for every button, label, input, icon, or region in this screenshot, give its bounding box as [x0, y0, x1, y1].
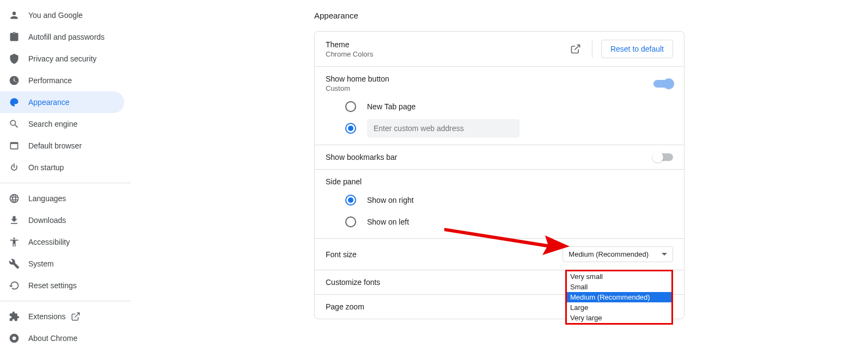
radio-unchecked-icon[interactable]: [345, 216, 356, 227]
settings-sidebar: You and Google Autofill and passwords Pr…: [0, 0, 131, 349]
vertical-divider: [592, 40, 592, 58]
sidebar-item-about-chrome[interactable]: About Chrome: [0, 327, 124, 349]
svg-point-2: [13, 337, 16, 340]
puzzle-icon: [9, 311, 20, 322]
radio-label: New Tab page: [367, 102, 415, 111]
radio-unchecked-icon[interactable]: [345, 101, 356, 112]
sidebar-item-extensions[interactable]: Extensions: [0, 306, 124, 327]
sidebar-item-search-engine[interactable]: Search engine: [0, 113, 124, 135]
home-newtab-option[interactable]: New Tab page: [315, 96, 684, 117]
sidebar-item-system[interactable]: System: [0, 253, 124, 275]
sidebar-item-label: Accessibility: [28, 238, 70, 246]
divider: [0, 183, 131, 183]
divider: [0, 301, 131, 301]
font-size-row: Font size Medium (Recommended) Very smal…: [315, 239, 684, 270]
external-link-icon: [71, 312, 81, 321]
sidebar-item-label: You and Google: [28, 11, 83, 20]
open-theme-icon[interactable]: [566, 39, 585, 59]
radio-label: Show on right: [367, 196, 414, 204]
svg-line-0: [75, 313, 80, 317]
sidepanel-left-option[interactable]: Show on left: [315, 211, 684, 233]
bookmarks-bar-row: Show bookmarks bar: [315, 145, 684, 170]
home-custom-option[interactable]: [315, 117, 684, 139]
home-button-section: Show home button Custom New Tab page: [315, 67, 684, 145]
sidebar-item-on-startup[interactable]: On startup: [0, 157, 124, 178]
sidebar-item-label: Extensions: [28, 312, 65, 321]
dropdown-option-medium[interactable]: Medium (Recommended): [567, 292, 671, 302]
sidebar-item-label: Search engine: [28, 120, 77, 128]
chevron-down-icon: [662, 253, 667, 256]
palette-icon: [9, 97, 20, 108]
font-size-value: Medium (Recommended): [569, 250, 649, 258]
sidebar-item-label: On startup: [28, 163, 64, 172]
radio-checked-icon[interactable]: [345, 195, 356, 206]
dropdown-option-small[interactable]: Small: [567, 282, 671, 292]
svg-line-3: [574, 45, 579, 50]
bookmarks-toggle[interactable]: [653, 153, 673, 161]
theme-row: Theme Chrome Colors Reset to default: [315, 32, 684, 67]
accessibility-icon: [9, 237, 20, 247]
sidebar-item-label: Privacy and security: [28, 54, 96, 63]
shield-icon: [9, 53, 20, 64]
sidebar-item-default-browser[interactable]: Default browser: [0, 135, 124, 157]
sidebar-item-label: Reset settings: [28, 281, 77, 290]
sidebar-item-privacy[interactable]: Privacy and security: [0, 48, 124, 70]
home-button-subtitle: Custom: [326, 84, 653, 92]
globe-icon: [9, 193, 20, 204]
reset-theme-button[interactable]: Reset to default: [601, 40, 673, 58]
settings-card: Theme Chrome Colors Reset to default Sho…: [314, 31, 684, 319]
main-content: Appearance Theme Chrome Colors Reset to …: [131, 0, 868, 349]
radio-checked-icon[interactable]: [345, 123, 356, 134]
font-size-title: Font size: [326, 250, 563, 259]
font-size-dropdown: Very small Small Medium (Recommended) La…: [565, 270, 673, 325]
sidebar-item-label: Downloads: [28, 216, 66, 225]
sidebar-item-autofill[interactable]: Autofill and passwords: [0, 26, 124, 48]
person-icon: [9, 10, 20, 21]
home-button-toggle[interactable]: [653, 80, 673, 88]
sidebar-item-label: Appearance: [28, 98, 70, 107]
sidebar-item-label: About Chrome: [28, 334, 77, 343]
page-title: Appearance: [314, 11, 684, 20]
radio-label: Show on left: [367, 218, 409, 226]
window-icon: [9, 140, 20, 151]
side-panel-section: Side panel Show on right Show on left: [315, 170, 684, 239]
sidebar-item-downloads[interactable]: Downloads: [0, 209, 124, 231]
search-icon: [9, 119, 20, 129]
power-icon: [9, 162, 20, 173]
bookmarks-title: Show bookmarks bar: [326, 153, 653, 162]
sidebar-item-label: Languages: [28, 194, 66, 203]
dropdown-option-large[interactable]: Large: [567, 302, 671, 313]
theme-title: Theme: [326, 40, 566, 49]
sidebar-item-label: Default browser: [28, 141, 82, 150]
wrench-icon: [9, 258, 20, 269]
sidebar-item-languages[interactable]: Languages: [0, 188, 124, 209]
font-size-select[interactable]: Medium (Recommended): [563, 246, 673, 262]
sidebar-item-label: Autofill and passwords: [28, 33, 105, 41]
speedometer-icon: [9, 75, 20, 86]
chrome-icon: [9, 333, 20, 344]
sidebar-item-label: System: [28, 259, 54, 268]
sidebar-item-label: Performance: [28, 76, 72, 85]
sidebar-item-you-and-google[interactable]: You and Google: [0, 4, 124, 26]
custom-url-input[interactable]: [367, 119, 519, 138]
download-icon: [9, 215, 20, 226]
dropdown-option-very-small[interactable]: Very small: [567, 271, 671, 282]
theme-subtitle: Chrome Colors: [326, 50, 566, 58]
sidebar-item-performance[interactable]: Performance: [0, 70, 124, 91]
sidebar-item-reset-settings[interactable]: Reset settings: [0, 275, 124, 296]
home-button-title: Show home button: [326, 75, 653, 83]
sidepanel-right-option[interactable]: Show on right: [315, 189, 684, 211]
clipboard-icon: [9, 32, 20, 42]
restore-icon: [9, 280, 20, 291]
sidebar-item-appearance[interactable]: Appearance: [0, 91, 124, 113]
dropdown-option-very-large[interactable]: Very large: [567, 313, 671, 323]
sidebar-item-accessibility[interactable]: Accessibility: [0, 231, 124, 253]
side-panel-title: Side panel: [326, 177, 673, 186]
